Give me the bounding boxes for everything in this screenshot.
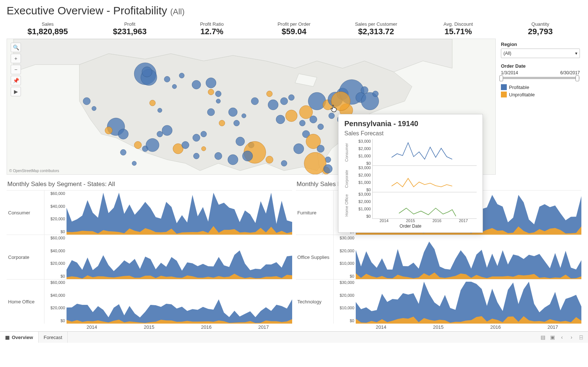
svg-point-70 — [201, 146, 206, 151]
kpi-sales: Sales $1,820,895 — [7, 21, 89, 36]
thumbnails-icon[interactable]: ▣ — [549, 334, 556, 341]
next-icon[interactable]: › — [568, 334, 575, 341]
svg-point-12 — [182, 141, 189, 149]
dashboard-header: Executive Overview - Profitability (All) — [0, 0, 588, 18]
tooltip-xlabel: Order Date — [344, 224, 477, 229]
search-icon[interactable]: 🔍 — [11, 43, 21, 52]
svg-point-9 — [157, 131, 163, 137]
svg-point-58 — [172, 84, 177, 89]
panel-title-left: Monthly Sales by Segment - States: All — [7, 181, 292, 188]
tooltip-row-corporate: Corporate — [344, 170, 350, 188]
svg-point-26 — [268, 100, 278, 110]
presentation-icon[interactable]: ⌸ — [578, 334, 584, 341]
chevron-down-icon: ▾ — [575, 51, 577, 56]
svg-point-29 — [276, 115, 285, 124]
grid-icon: ▦ — [5, 335, 10, 340]
region-select[interactable]: (All) ▾ — [501, 49, 580, 58]
svg-point-10 — [162, 125, 172, 136]
svg-point-22 — [236, 137, 245, 146]
svg-point-28 — [288, 95, 294, 100]
svg-point-17 — [207, 108, 215, 116]
map-toolbar: 🔍 + − 📌 ▶ — [11, 43, 21, 96]
svg-point-64 — [158, 108, 162, 113]
svg-point-30 — [286, 110, 297, 122]
svg-point-15 — [206, 78, 216, 88]
monthly-sales-by-segment: Monthly Sales by Segment - States: All C… — [7, 178, 292, 330]
play-icon[interactable]: ▶ — [11, 87, 21, 96]
svg-point-6 — [134, 141, 141, 149]
dashboard-tabs: ▦ Overview Forecast ▤ ▣ ‹ › ⌸ — [0, 331, 588, 343]
svg-point-37 — [294, 143, 304, 154]
svg-point-21 — [242, 114, 246, 118]
tab-forecast[interactable]: Forecast — [39, 332, 68, 343]
svg-point-55 — [304, 152, 326, 174]
svg-point-42 — [308, 92, 326, 110]
category-tech-row[interactable]: Technology $30,000 $20,000 $10,000 $0 — [296, 279, 581, 324]
legend-swatch-profitable — [501, 84, 507, 90]
pin-icon[interactable]: 📌 — [11, 76, 21, 85]
svg-point-5 — [105, 127, 112, 134]
svg-point-75 — [318, 124, 324, 130]
svg-point-31 — [300, 120, 305, 126]
kpi-quantity: Quantity 29,793 — [499, 21, 581, 36]
tooltip-row-consumer: Consumer — [344, 143, 350, 162]
svg-point-56 — [323, 164, 332, 173]
svg-point-48 — [361, 86, 368, 94]
svg-point-67 — [83, 97, 90, 105]
segment-consumer-row[interactable]: Consumer $60,000 $40,000 $20,000 $0 — [7, 190, 292, 235]
zoom-in-icon[interactable]: + — [11, 54, 21, 63]
svg-point-27 — [280, 97, 288, 105]
kpi-profit-ratio: Profit Ratio 12.7% — [171, 21, 253, 36]
svg-point-35 — [266, 156, 273, 163]
slider-handle-start[interactable] — [499, 75, 503, 81]
tooltip-title: Pennsylvania - 19140 — [344, 120, 477, 128]
svg-point-2 — [142, 67, 152, 77]
legend-swatch-unprofitable — [501, 92, 507, 97]
svg-point-14 — [201, 131, 207, 137]
segment-corporate-row[interactable]: Corporate $60,000 $40,000 $20,000 $0 — [7, 235, 292, 279]
svg-point-63 — [150, 100, 155, 106]
date-start: 1/3/2014 — [501, 70, 518, 75]
svg-point-18 — [219, 120, 225, 126]
page-title: Executive Overview - Profitability (All) — [7, 4, 581, 17]
svg-point-39 — [317, 145, 325, 152]
svg-point-62 — [216, 99, 220, 103]
svg-point-74 — [310, 116, 317, 123]
kpi-profit-per-order: Profit per Order $59.04 — [253, 21, 335, 36]
map-credit: © OpenStreetMap contributors — [9, 169, 59, 173]
svg-point-69 — [193, 153, 199, 159]
svg-point-72 — [228, 154, 238, 165]
tab-overview[interactable]: ▦ Overview — [0, 332, 39, 343]
svg-point-61 — [208, 89, 214, 95]
category-office-row[interactable]: Office Supplies $30,000 $20,000 $10,000 … — [296, 235, 581, 279]
svg-point-77 — [331, 92, 350, 111]
svg-point-60 — [192, 80, 201, 89]
date-end: 6/30/2017 — [560, 70, 580, 75]
color-legend: Profitable Unprofitable — [501, 84, 580, 99]
slider-handle-end[interactable] — [576, 75, 579, 81]
map-tooltip: Pennsylvania - 19140 Sales Forecast Cons… — [338, 114, 483, 233]
date-slider[interactable] — [501, 77, 580, 79]
svg-point-65 — [120, 149, 126, 155]
tooltip-row-homeoffice: Home Office — [344, 194, 350, 217]
svg-point-71 — [215, 152, 222, 160]
segment-homeoffice-row[interactable]: Home Office $60,000 $40,000 $20,000 $0 — [7, 279, 292, 324]
svg-point-73 — [300, 106, 313, 119]
svg-point-8 — [146, 139, 159, 152]
zoom-out-icon[interactable]: − — [11, 65, 21, 74]
tooltip-subtitle: Sales Forecast — [344, 130, 477, 137]
svg-point-20 — [234, 120, 240, 126]
filters-sidebar: Region (All) ▾ Order Date 1/3/2014 6/30/… — [499, 39, 581, 175]
kpi-row: Sales $1,820,895 Profit $231,963 Profit … — [0, 18, 588, 39]
svg-point-66 — [132, 161, 136, 165]
prev-icon[interactable]: ‹ — [559, 334, 565, 341]
svg-point-25 — [266, 91, 272, 97]
svg-point-57 — [164, 76, 170, 82]
kpi-profit: Profit $231,963 — [89, 21, 171, 36]
svg-point-24 — [251, 97, 259, 105]
svg-point-51 — [329, 113, 334, 119]
svg-point-68 — [92, 106, 96, 111]
svg-point-13 — [193, 134, 200, 142]
filmstrip-icon[interactable]: ▤ — [539, 334, 546, 341]
svg-point-50 — [373, 91, 379, 97]
